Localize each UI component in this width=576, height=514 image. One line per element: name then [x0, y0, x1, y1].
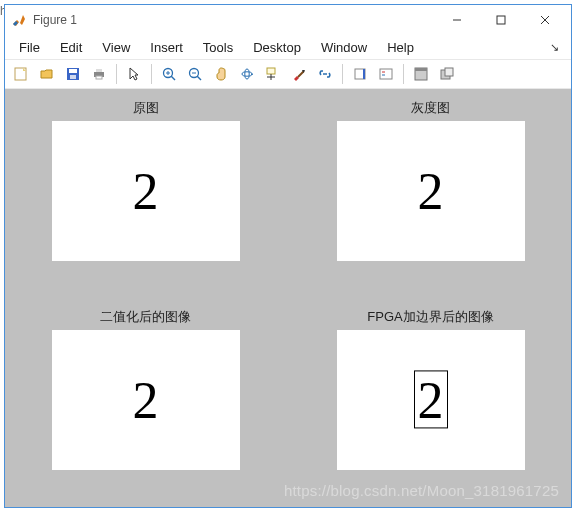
minimize-button[interactable] — [435, 6, 479, 34]
svg-rect-20 — [267, 68, 275, 74]
svg-rect-34 — [445, 68, 453, 76]
undock-icon[interactable] — [435, 62, 459, 86]
menu-edit[interactable]: Edit — [50, 38, 92, 57]
new-figure-icon[interactable] — [9, 62, 33, 86]
colorbar-icon[interactable] — [348, 62, 372, 86]
close-button[interactable] — [523, 6, 567, 34]
subplot-4-title: FPGA加边界后的图像 — [367, 308, 493, 326]
svg-rect-6 — [69, 69, 77, 73]
menu-desktop[interactable]: Desktop — [243, 38, 311, 57]
svg-rect-1 — [497, 16, 505, 24]
layout-icon[interactable] — [409, 62, 433, 86]
print-icon[interactable] — [87, 62, 111, 86]
menubar: File Edit View Insert Tools Desktop Wind… — [5, 35, 571, 59]
menu-help[interactable]: Help — [377, 38, 424, 57]
subplot-3-content: 2 — [133, 371, 159, 430]
dock-pin-icon[interactable]: ↘ — [550, 41, 567, 54]
svg-rect-10 — [96, 76, 102, 79]
subplot-grid: 原图 2 灰度图 2 二值化后的图像 2 FPGA加边界后的图像 — [23, 99, 553, 489]
subplot-1-title: 原图 — [133, 99, 159, 117]
svg-point-18 — [242, 72, 252, 76]
maximize-button[interactable] — [479, 6, 523, 34]
brush-icon[interactable]: ▾ — [287, 62, 311, 86]
svg-line-16 — [197, 76, 201, 80]
subplot-4: FPGA加边界后的图像 2 — [308, 308, 553, 489]
subplot-4-axes[interactable]: 2 — [337, 330, 525, 470]
pointer-icon[interactable] — [122, 62, 146, 86]
svg-rect-28 — [380, 69, 392, 79]
menu-insert[interactable]: Insert — [140, 38, 193, 57]
subplot-3-axes[interactable]: 2 — [52, 330, 240, 470]
svg-rect-27 — [363, 69, 365, 79]
subplot-2-axes[interactable]: 2 — [337, 121, 525, 261]
figure-window: Figure 1 File Edit View Insert Tools Des… — [4, 4, 572, 508]
open-icon[interactable] — [35, 62, 59, 86]
bounding-box — [414, 370, 448, 428]
svg-line-12 — [171, 76, 175, 80]
subplot-3: 二值化后的图像 2 — [23, 308, 268, 489]
zoom-in-icon[interactable] — [157, 62, 181, 86]
svg-text:▾: ▾ — [302, 68, 305, 74]
svg-rect-9 — [96, 69, 102, 72]
subplot-2-content: 2 — [418, 162, 444, 221]
titlebar: Figure 1 — [5, 5, 571, 35]
menu-tools[interactable]: Tools — [193, 38, 243, 57]
menu-view[interactable]: View — [92, 38, 140, 57]
svg-point-19 — [245, 69, 249, 79]
window-title: Figure 1 — [33, 13, 77, 27]
save-icon[interactable] — [61, 62, 85, 86]
rotate3d-icon[interactable] — [235, 62, 259, 86]
legend-icon[interactable] — [374, 62, 398, 86]
pan-icon[interactable] — [209, 62, 233, 86]
datacursor-icon[interactable] — [261, 62, 285, 86]
subplot-1-axes[interactable]: 2 — [52, 121, 240, 261]
subplot-3-title: 二值化后的图像 — [100, 308, 191, 326]
subplot-2: 灰度图 2 — [308, 99, 553, 280]
menu-file[interactable]: File — [9, 38, 50, 57]
subplot-2-title: 灰度图 — [411, 99, 450, 117]
link-icon[interactable] — [313, 62, 337, 86]
matlab-icon — [11, 12, 27, 28]
menu-window[interactable]: Window — [311, 38, 377, 57]
svg-rect-7 — [70, 75, 76, 79]
zoom-out-icon[interactable] — [183, 62, 207, 86]
toolbar: ▾ — [5, 59, 571, 89]
figure-canvas: 原图 2 灰度图 2 二值化后的图像 2 FPGA加边界后的图像 — [5, 89, 571, 507]
subplot-1: 原图 2 — [23, 99, 268, 280]
subplot-1-content: 2 — [133, 162, 159, 221]
svg-rect-32 — [415, 68, 427, 71]
